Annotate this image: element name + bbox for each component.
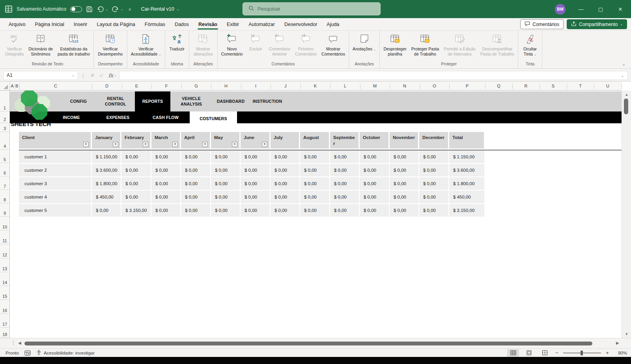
table-cell[interactable]: $ 3.600,00 [449, 164, 485, 177]
undo-dropdown-chevron[interactable]: ⌄ [105, 7, 108, 11]
column-header-b[interactable]: B [15, 82, 19, 90]
column-header-a[interactable]: A [10, 82, 15, 90]
document-title[interactable]: Car-Rental v10⌄ [141, 6, 179, 12]
table-cell[interactable]: $ 1.800,00 [449, 177, 485, 191]
ribbon-button-unprotect-sheet[interactable]: Desprotegerplanilha [381, 32, 409, 57]
close-button[interactable]: ✕ [612, 0, 629, 18]
table-cell[interactable]: $ 0,00 [419, 164, 449, 177]
table-cell[interactable]: $ 3.600,00 [92, 164, 121, 177]
table-cell[interactable]: $ 0,00 [181, 177, 211, 191]
filter-dropdown-icon[interactable]: ▼ [262, 142, 267, 147]
table-cell[interactable]: $ 0,00 [151, 164, 181, 177]
column-header-d[interactable]: D [92, 82, 122, 90]
column-header-q[interactable]: Q [485, 82, 512, 90]
table-cell[interactable]: $ 0,00 [181, 164, 211, 177]
zoom-slider-thumb[interactable] [581, 351, 583, 355]
menu-tab-desenvolvedor[interactable]: Desenvolvedor [280, 18, 322, 30]
row-header-12[interactable]: 12 [0, 244, 9, 258]
table-cell[interactable]: $ 0,00 [241, 191, 271, 204]
menu-tab-revisao[interactable]: Revisão [194, 18, 222, 30]
table-cell[interactable]: $ 0,00 [271, 177, 300, 191]
quick-access-customize-chevron[interactable]: ⌅ [128, 7, 131, 12]
table-cell[interactable]: $ 0,00 [330, 150, 360, 164]
table-cell[interactable]: $ 0,00 [390, 164, 419, 177]
column-header-g[interactable]: G [181, 82, 211, 90]
workbook-tab-dashboard[interactable]: DASHBOARD [211, 91, 250, 111]
menu-tab-formulas[interactable]: Fórmulas [140, 18, 170, 30]
table-cell[interactable]: $ 0,00 [330, 177, 360, 191]
table-cell[interactable]: $ 0,00 [360, 164, 390, 177]
table-cell[interactable]: $ 1.150,00 [92, 150, 121, 164]
table-cell[interactable]: $ 0,00 [211, 204, 241, 217]
ribbon-button-performance[interactable]: VerificarDesempenho [95, 32, 125, 57]
table-cell[interactable]: $ 0,00 [419, 204, 449, 217]
zoom-slider[interactable] [563, 353, 601, 353]
workbook-tab-reports[interactable]: REPORTS [135, 91, 170, 111]
menu-tab-arquivo[interactable]: Arquivo [4, 18, 30, 30]
column-header-k[interactable]: K [301, 82, 330, 90]
column-header-p[interactable]: P [449, 82, 485, 90]
redo-icon[interactable] [112, 6, 119, 12]
table-cell[interactable]: $ 0,00 [300, 150, 330, 164]
table-cell[interactable]: $ 0,00 [211, 177, 241, 191]
report-tab-costumers[interactable]: COSTUMERS [190, 111, 237, 125]
table-cell[interactable]: $ 0,00 [360, 204, 390, 217]
column-header-n[interactable]: N [390, 82, 420, 90]
table-cell[interactable]: $ 0,00 [151, 191, 181, 204]
filter-dropdown-icon[interactable]: ▼ [172, 142, 178, 147]
macro-record-icon[interactable] [24, 350, 31, 356]
row-header-6[interactable]: 6 [0, 163, 9, 176]
row-header-11[interactable]: 11 [0, 230, 9, 244]
table-cell[interactable]: customer 3 [19, 177, 92, 191]
table-cell[interactable]: customer 1 [19, 150, 92, 164]
column-header-t[interactable]: T [567, 82, 594, 90]
ribbon-button-show-comments[interactable]: MostrarComentários [319, 32, 347, 57]
column-header-r[interactable]: R [512, 82, 540, 90]
zoom-out-button[interactable]: − [554, 350, 559, 356]
comments-button[interactable]: Comentários [520, 19, 564, 29]
filter-dropdown-icon[interactable]: ▼ [113, 142, 118, 147]
search-box[interactable]: Pesquisar [243, 2, 381, 15]
ribbon-button-thesaurus[interactable]: Dicionário deSinônimos [26, 32, 55, 57]
table-cell[interactable]: $ 0,00 [390, 191, 419, 204]
table-cell[interactable]: $ 0,00 [330, 204, 360, 217]
table-cell[interactable]: $ 0,00 [121, 164, 151, 177]
column-header-c[interactable]: C [19, 82, 92, 90]
report-tab-income[interactable]: INCOME [54, 111, 89, 123]
table-cell[interactable]: $ 0,00 [419, 150, 449, 164]
vertical-scrollbar[interactable]: ▲ ▼ [622, 91, 631, 338]
ribbon-button-workbook-stats[interactable]: 123Estatísticas dapasta de trabalho [55, 32, 92, 57]
menu-tab-ajuda[interactable]: Ajuda [322, 18, 344, 30]
menu-tab-dados[interactable]: Dados [170, 18, 194, 30]
row-header-16[interactable]: 16 [0, 300, 9, 314]
workbook-tab-instruction[interactable]: INSTRUCTION [248, 91, 287, 111]
workbook-tab-vehicle-analysis[interactable]: VEHICLEANALYSIS [172, 91, 210, 111]
row-header-9[interactable]: 9 [0, 203, 9, 217]
table-cell[interactable]: $ 0,00 [241, 164, 271, 177]
table-cell[interactable]: $ 0,00 [360, 177, 390, 191]
row-header-3[interactable]: 3 [0, 123, 9, 132]
table-cell[interactable]: $ 0,00 [241, 204, 271, 217]
scroll-up-arrow-icon[interactable]: ▲ [622, 91, 631, 98]
ribbon-button-accessibility[interactable]: VerificarAcessibilidade ⌄ [129, 32, 164, 57]
ribbon-button-protect-workbook[interactable]: Proteger Pastade Trabalho [409, 32, 442, 57]
column-header-o[interactable]: O [420, 82, 449, 90]
table-cell[interactable]: $ 0,00 [271, 164, 300, 177]
zoom-in-button[interactable]: + [605, 350, 610, 356]
row-header-5[interactable]: 5 [0, 150, 9, 163]
table-cell[interactable]: $ 1.800,00 [92, 177, 121, 191]
vertical-scroll-thumb[interactable] [624, 98, 628, 114]
table-cell[interactable]: $ 0,00 [121, 150, 151, 164]
table-cell[interactable]: $ 0,00 [241, 177, 271, 191]
table-cell[interactable]: $ 0,00 [419, 191, 449, 204]
autosave-toggle[interactable] [70, 6, 82, 12]
table-cell[interactable]: $ 450,00 [449, 191, 485, 204]
scroll-right-arrow-icon[interactable]: ▶ [616, 341, 619, 345]
report-tab-expenses[interactable]: EXPENSES [99, 111, 137, 123]
table-cell[interactable]: $ 3.150,00 [449, 204, 485, 217]
normal-view-button[interactable] [507, 349, 519, 357]
column-header-u[interactable]: U [594, 82, 622, 90]
table-cell[interactable]: customer 5 [19, 204, 92, 217]
table-cell[interactable]: $ 0,00 [241, 150, 271, 164]
table-cell[interactable]: $ 0,00 [300, 177, 330, 191]
